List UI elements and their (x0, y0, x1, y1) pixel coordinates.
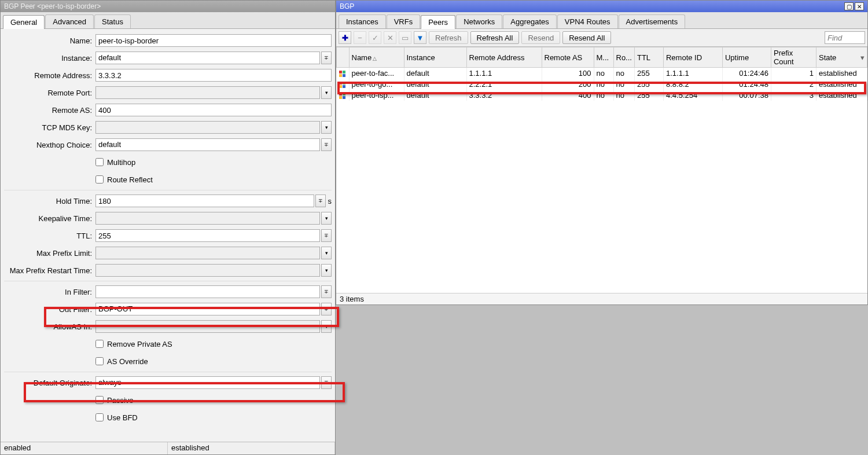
maximize-button[interactable]: ▢ (844, 2, 854, 10)
close-button[interactable]: ✕ (855, 2, 864, 10)
col-remote-id[interactable]: Remote ID (663, 47, 722, 68)
default-originate-dropdown-icon[interactable]: ∓ (321, 376, 332, 389)
ttl-label: TTL: (4, 232, 95, 240)
out-filter-dropdown-icon[interactable]: ∓ (321, 303, 332, 315)
divider (4, 281, 332, 281)
cell-prefix-count: 3 (771, 90, 816, 101)
peer-dialog-titlebar[interactable]: BGP Peer <peer-to-isp-border> (1, 1, 335, 12)
remove-private-label: Remove Private AS (107, 340, 172, 348)
hold-time-dropdown-icon[interactable]: ∓ (315, 195, 326, 207)
instance-label: Instance: (4, 54, 95, 63)
max-prefix-input[interactable] (95, 247, 320, 259)
cell-multihop: no (594, 90, 613, 101)
tcp-md5-label: TCP MD5 Key: (4, 123, 95, 132)
instance-dropdown-icon[interactable]: ∓ (321, 52, 332, 64)
col-uptime[interactable]: Uptime (722, 47, 771, 68)
bgp-titlebar[interactable]: BGP ▢ ✕ (336, 1, 867, 12)
cell-instance: default (404, 79, 466, 90)
refresh-all-button[interactable]: Refresh All (470, 31, 520, 44)
nexthop-dropdown-icon[interactable]: ∓ (321, 138, 332, 151)
column-menu-icon[interactable]: ▾ (860, 53, 865, 62)
default-originate-select[interactable]: always (95, 376, 320, 389)
remote-as-input[interactable] (95, 104, 332, 116)
allowas-dropdown-icon[interactable]: ▾ (321, 320, 332, 333)
refresh-button[interactable]: Refresh (429, 31, 468, 44)
tab-peers[interactable]: Peers (421, 15, 455, 29)
col-ttl[interactable]: TTL (634, 47, 663, 68)
ttl-input[interactable] (95, 229, 320, 242)
bgp-title: BGP (340, 2, 354, 10)
max-prefix-restart-dropdown-icon[interactable]: ▾ (321, 264, 332, 277)
in-filter-select[interactable] (95, 285, 320, 298)
find-input[interactable] (825, 31, 865, 44)
nexthop-label: Nexthop Choice: (4, 141, 95, 149)
col-prefix-count[interactable]: Prefix Count (771, 47, 816, 68)
table-row[interactable]: peer-to-isp...default3.3.3.2400nono2554.… (337, 90, 867, 101)
tab-advanced[interactable]: Advanced (45, 14, 94, 28)
multihop-label: Multihop (107, 158, 135, 167)
route-reflect-checkbox[interactable] (95, 175, 104, 184)
tcp-md5-dropdown-icon[interactable]: ▾ (321, 121, 332, 134)
tab-status[interactable]: Status (94, 14, 131, 28)
tab-aggregates[interactable]: Aggregates (503, 14, 557, 28)
keepalive-input[interactable] (95, 212, 320, 225)
cell-state: established (816, 90, 867, 101)
comment-button[interactable]: ▭ (399, 31, 411, 44)
passive-checkbox[interactable] (95, 396, 104, 404)
col-state[interactable]: State ▾ (816, 47, 867, 68)
col-multihop[interactable]: M... (594, 47, 613, 68)
tcp-md5-input[interactable] (95, 121, 320, 134)
resend-button[interactable]: Resend (521, 31, 560, 44)
disable-button[interactable]: ✕ (384, 31, 396, 44)
remote-address-input[interactable] (95, 69, 332, 82)
resend-all-button[interactable]: Resend All (562, 31, 611, 44)
instance-select[interactable]: default (95, 52, 320, 64)
cell-instance: default (404, 90, 466, 101)
cell-routereflect: no (613, 79, 634, 90)
tab-general[interactable]: General (3, 15, 45, 29)
col-name[interactable]: Name△ (349, 47, 404, 68)
max-prefix-dropdown-icon[interactable]: ▾ (321, 247, 332, 259)
as-override-label: AS Override (107, 357, 148, 366)
name-input[interactable] (95, 34, 332, 47)
max-prefix-label: Max Prefix Limit: (4, 249, 95, 258)
col-remote-as[interactable]: Remote AS (542, 47, 594, 68)
peer-icon (339, 71, 345, 77)
table-row[interactable]: peer-to-fac...default1.1.1.1100nono2551.… (337, 68, 867, 79)
use-bfd-checkbox[interactable] (95, 413, 104, 421)
allowas-label: AllowAS In: (4, 322, 95, 331)
out-filter-select[interactable]: BGP-OUT (95, 303, 320, 315)
nexthop-select[interactable]: default (95, 138, 320, 151)
cell-multihop: no (594, 79, 613, 90)
as-override-checkbox[interactable] (95, 357, 104, 365)
enable-button[interactable]: ✓ (369, 31, 381, 44)
allowas-input[interactable] (95, 320, 320, 333)
keepalive-dropdown-icon[interactable]: ▾ (321, 212, 332, 225)
cell-prefix-count: 2 (771, 79, 816, 90)
col-remote-address[interactable]: Remote Address (466, 47, 542, 68)
tab-vpn4-routes[interactable]: VPN4 Routes (557, 14, 618, 28)
col-instance[interactable]: Instance (404, 47, 466, 68)
table-header-row: Name△ Instance Remote Address Remote AS … (337, 47, 867, 68)
col-routereflect[interactable]: Ro... (613, 47, 634, 68)
col-icon[interactable] (337, 47, 350, 68)
peer-dialog-title: BGP Peer <peer-to-isp-border> (4, 2, 101, 10)
remote-port-dropdown-icon[interactable]: ▾ (321, 86, 332, 99)
multihop-checkbox[interactable] (95, 158, 104, 166)
filter-icon[interactable]: ▼ (414, 31, 426, 44)
max-prefix-restart-input[interactable] (95, 264, 320, 277)
tab-advertisements[interactable]: Advertisements (619, 14, 686, 28)
hold-time-input[interactable] (95, 195, 314, 207)
add-button[interactable]: ✚ (339, 31, 351, 44)
in-filter-dropdown-icon[interactable]: ∓ (321, 285, 332, 298)
name-label: Name: (4, 36, 95, 45)
ttl-dropdown-icon[interactable]: ∓ (321, 229, 332, 242)
tab-instances[interactable]: Instances (339, 14, 386, 28)
tab-networks[interactable]: Networks (456, 14, 502, 28)
tab-vrfs[interactable]: VRFs (387, 14, 421, 28)
remove-private-checkbox[interactable] (95, 340, 104, 348)
table-row[interactable]: peer-to-go...default2.2.2.1200nono2558.8… (337, 79, 867, 90)
sort-indicator-icon: △ (373, 56, 377, 61)
remote-port-input[interactable] (95, 86, 320, 99)
remove-button[interactable]: − (354, 31, 366, 44)
